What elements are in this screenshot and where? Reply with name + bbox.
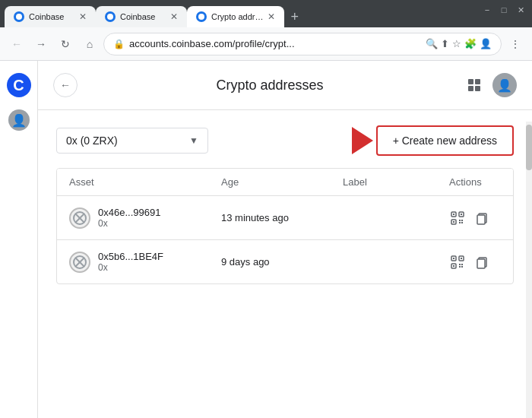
svg-rect-10: [453, 214, 454, 215]
tab-favicon-3: [196, 11, 207, 22]
svg-rect-15: [459, 222, 461, 223]
create-button-label: + Create new address: [393, 135, 497, 147]
asset-dropdown[interactable]: 0x (0 ZRX) ▼: [56, 128, 208, 154]
share-icon[interactable]: ⬆: [441, 38, 449, 49]
asset-icon-1: [69, 207, 90, 229]
svg-rect-30: [459, 266, 461, 268]
svg-rect-29: [461, 264, 463, 265]
tab-label-3: Crypto addr…: [211, 12, 263, 21]
asset-sub-1: 0x: [98, 218, 160, 229]
search-icon[interactable]: 🔍: [426, 38, 438, 49]
close-window-button[interactable]: ✕: [515, 5, 526, 15]
header-actions: Actions: [449, 176, 514, 188]
browser-tab-3[interactable]: Crypto addr… ✕: [187, 6, 284, 27]
bookmark-icon[interactable]: ☆: [452, 38, 461, 49]
profile-icon[interactable]: 👤: [480, 38, 492, 49]
copy-button-1[interactable]: [473, 210, 490, 226]
extension-icon[interactable]: 🧩: [464, 38, 477, 49]
table-row: 0x5b6...1BE4F 0x 9 days ago: [57, 240, 513, 283]
user-avatar[interactable]: 👤: [492, 73, 517, 97]
create-new-address-button[interactable]: + Create new address: [376, 125, 514, 156]
tab-label-1: Coinbase: [29, 12, 74, 21]
asset-cell-2: 0x5b6...1BE4F 0x: [69, 251, 221, 273]
header-asset: Asset: [69, 176, 221, 188]
forward-button[interactable]: →: [30, 33, 52, 55]
refresh-button[interactable]: ↻: [55, 33, 76, 55]
back-button[interactable]: ←: [6, 33, 27, 55]
address-2: 0x5b6...1BE4F: [98, 251, 163, 262]
sidebar-user-icon[interactable]: 👤: [8, 109, 30, 131]
svg-rect-1: [475, 79, 480, 84]
actions-cell-2: [449, 254, 514, 271]
svg-rect-3: [475, 86, 480, 91]
age-cell-2: 9 days ago: [221, 256, 343, 268]
window-controls: − □ ✕: [482, 5, 526, 15]
tab-favicon-1: [14, 11, 24, 22]
svg-rect-12: [453, 221, 454, 223]
copy-button-2[interactable]: [473, 254, 490, 271]
qr-code-button-1[interactable]: [449, 210, 466, 226]
address-bar-icons: 🔍 ⬆ ☆ 🧩 👤: [426, 38, 492, 49]
asset-info-1: 0x46e...99691 0x: [98, 207, 160, 229]
asset-cell-1: 0x46e...99691 0x: [69, 207, 221, 229]
qr-code-button-2[interactable]: [449, 254, 466, 271]
svg-rect-33: [477, 259, 485, 268]
controls-row: 0x (0 ZRX) ▼ + Create new address: [56, 125, 514, 156]
main-content: ← Crypto addresses 👤: [38, 61, 532, 418]
svg-rect-25: [453, 258, 454, 259]
svg-rect-31: [461, 266, 463, 268]
tab-close-2[interactable]: ✕: [170, 11, 178, 22]
tab-label-2: Coinbase: [120, 12, 166, 21]
new-tab-button[interactable]: +: [284, 6, 305, 27]
navigation-bar: ← → ↻ ⌂ 🔒 accounts.coinbase.com/profile/…: [0, 27, 532, 61]
tab-close-3[interactable]: ✕: [268, 11, 275, 22]
minimize-button[interactable]: −: [482, 5, 492, 15]
age-cell-1: 13 minutes ago: [221, 212, 343, 223]
header-actions: 👤: [462, 73, 517, 97]
table-header: Asset Age Label Actions: [57, 169, 513, 196]
dropdown-value: 0x (0 ZRX): [66, 135, 189, 147]
asset-info-2: 0x5b6...1BE4F 0x: [98, 251, 163, 273]
page-back-button[interactable]: ←: [53, 73, 78, 97]
arrow-indicator: [352, 127, 373, 154]
sidebar: C 👤: [0, 61, 38, 418]
red-arrow-icon: [352, 127, 373, 154]
tab-favicon-2: [105, 11, 116, 22]
svg-rect-27: [453, 265, 454, 267]
address-bar[interactable]: 🔒 accounts.coinbase.com/profile/crypt...…: [103, 33, 502, 55]
svg-rect-14: [461, 220, 463, 221]
create-button-container: + Create new address: [376, 125, 514, 156]
page-header: ← Crypto addresses 👤: [38, 61, 532, 110]
svg-rect-0: [468, 79, 473, 84]
url-text: accounts.coinbase.com/profile/crypt...: [129, 38, 421, 49]
asset-icon-2: [69, 252, 90, 273]
svg-rect-26: [461, 258, 462, 259]
asset-sub-2: 0x: [98, 262, 163, 273]
coinbase-logo[interactable]: C: [7, 73, 31, 97]
svg-rect-13: [459, 220, 461, 221]
browser-tab-2[interactable]: Coinbase ✕: [96, 6, 187, 27]
svg-rect-16: [461, 222, 463, 223]
content-area: 0x (0 ZRX) ▼ + Create new address: [38, 110, 532, 299]
actions-cell-1: [449, 210, 514, 226]
scrollbar[interactable]: [526, 122, 532, 418]
svg-rect-2: [468, 86, 473, 91]
header-label: Label: [343, 176, 449, 188]
svg-rect-28: [459, 264, 461, 265]
grid-view-button[interactable]: [462, 73, 486, 97]
table-row: 0x46e...99691 0x 13 minutes ago: [57, 196, 513, 240]
chevron-down-icon: ▼: [189, 135, 198, 146]
browser-tab-1[interactable]: Coinbase ✕: [5, 6, 96, 27]
svg-rect-18: [477, 215, 485, 224]
extensions-button[interactable]: ⋮: [505, 33, 526, 55]
page-title: Crypto addresses: [78, 78, 462, 93]
home-button[interactable]: ⌂: [79, 33, 100, 55]
maximize-button[interactable]: □: [499, 5, 509, 15]
browser-menu-icons: ⋮: [505, 33, 526, 55]
addresses-table: Asset Age Label Actions: [56, 168, 514, 284]
scroll-thumb[interactable]: [526, 125, 532, 170]
address-1: 0x46e...99691: [98, 207, 160, 218]
svg-rect-11: [461, 214, 462, 215]
header-age: Age: [221, 176, 343, 188]
tab-close-1[interactable]: ✕: [79, 11, 87, 22]
